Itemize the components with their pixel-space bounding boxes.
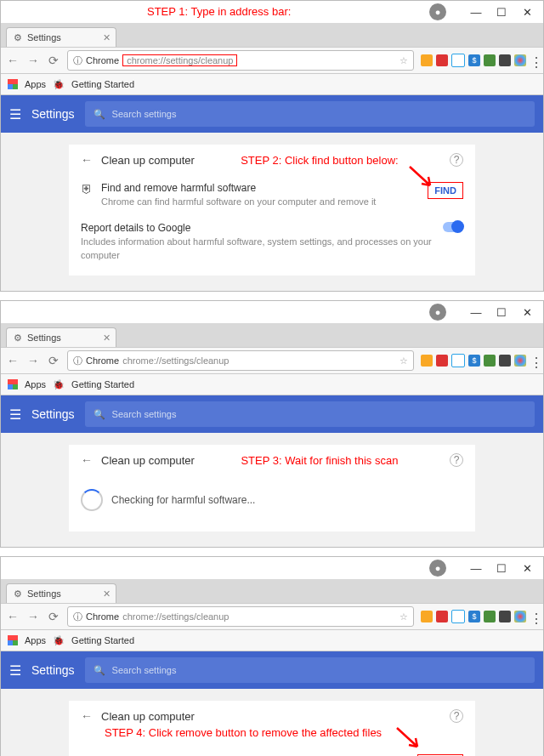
browser-tab-settings[interactable]: ⚙ Settings ✕ xyxy=(6,327,116,347)
tab-title: Settings xyxy=(27,588,61,599)
ext-icon[interactable] xyxy=(436,611,448,622)
maximize-button[interactable]: ☐ xyxy=(489,6,514,19)
address-bar[interactable]: ⓘ Chrome chrome://settings/cleanup ☆ xyxy=(67,350,414,371)
minimize-button[interactable]: — xyxy=(463,562,489,575)
user-avatar-icon[interactable]: ● xyxy=(429,304,446,321)
site-info-icon[interactable]: ⓘ xyxy=(73,355,82,367)
browser-tab-settings[interactable]: ⚙ Settings ✕ xyxy=(6,583,116,603)
close-button[interactable]: ✕ xyxy=(514,6,540,19)
bookmark-star-icon[interactable]: ☆ xyxy=(400,611,408,622)
search-settings-input[interactable]: 🔍 Search settings xyxy=(85,401,535,427)
forward-icon[interactable]: → xyxy=(26,54,40,67)
address-bar[interactable]: ⓘ Chrome chrome://settings/cleanup ☆ xyxy=(67,50,414,71)
ext-icon[interactable] xyxy=(451,610,465,623)
bookmark-getting-started[interactable]: Getting Started xyxy=(71,79,134,89)
bookmark-apps[interactable]: Apps xyxy=(25,79,46,89)
report-toggle[interactable] xyxy=(443,222,463,232)
back-arrow-icon[interactable]: ← xyxy=(81,453,93,467)
bookmark-icon: 🐞 xyxy=(53,635,65,646)
ext-icon[interactable] xyxy=(451,54,465,67)
reload-icon[interactable]: ⟳ xyxy=(47,610,60,623)
bookmarks-bar: Apps 🐞 Getting Started xyxy=(1,74,543,95)
menu-icon[interactable]: ⋮ xyxy=(530,54,538,66)
site-info-icon[interactable]: ⓘ xyxy=(73,54,82,67)
gear-icon: ⚙ xyxy=(14,32,22,43)
tutorial-panel-1: STEP 1: Type in address bar: ● — ☐ ✕ ⚙ S… xyxy=(0,0,544,292)
back-arrow-icon[interactable]: ← xyxy=(81,709,93,723)
close-tab-icon[interactable]: ✕ xyxy=(103,333,110,344)
ext-icon[interactable]: $ xyxy=(468,611,480,622)
bookmark-getting-started[interactable]: Getting Started xyxy=(71,635,134,645)
ext-icon[interactable] xyxy=(451,354,465,367)
reload-icon[interactable]: ⟳ xyxy=(47,354,60,367)
maximize-button[interactable]: ☐ xyxy=(489,306,514,319)
extension-icons: $ ⋮ xyxy=(421,54,538,67)
ext-icon[interactable] xyxy=(514,355,526,367)
user-avatar-icon[interactable]: ● xyxy=(429,560,446,577)
bookmark-star-icon[interactable]: ☆ xyxy=(400,55,408,66)
hamburger-icon[interactable]: ☰ xyxy=(9,406,21,423)
apps-icon[interactable] xyxy=(8,79,18,89)
search-settings-input[interactable]: 🔍 Search settings xyxy=(85,101,535,127)
apps-icon[interactable] xyxy=(8,635,18,645)
bookmark-star-icon[interactable]: ☆ xyxy=(400,355,408,367)
ext-icon[interactable] xyxy=(421,611,433,622)
maximize-button[interactable]: ☐ xyxy=(489,562,514,575)
annotation-arrow xyxy=(406,165,437,192)
apps-icon[interactable] xyxy=(8,379,18,389)
search-placeholder: Search settings xyxy=(112,409,177,419)
back-icon[interactable]: ← xyxy=(6,610,20,623)
search-icon: 🔍 xyxy=(94,409,105,420)
address-toolbar: ← → ⟳ ⓘ Chrome chrome://settings/cleanup… xyxy=(1,603,543,630)
ext-icon[interactable] xyxy=(499,54,511,66)
ext-icon[interactable] xyxy=(436,355,448,367)
window-titlebar: ● — ☐ ✕ xyxy=(1,557,543,579)
menu-icon[interactable]: ⋮ xyxy=(530,611,538,622)
ext-icon[interactable] xyxy=(484,611,496,622)
ext-icon[interactable]: $ xyxy=(468,355,480,367)
minimize-button[interactable]: — xyxy=(463,306,489,319)
ext-icon[interactable] xyxy=(421,355,433,367)
ext-icon[interactable] xyxy=(499,611,511,622)
back-icon[interactable]: ← xyxy=(6,54,20,67)
extension-icons: $ ⋮ xyxy=(421,610,538,623)
reload-icon[interactable]: ⟳ xyxy=(47,54,60,67)
close-button[interactable]: ✕ xyxy=(514,562,540,575)
search-settings-input[interactable]: 🔍 Search settings xyxy=(85,657,535,683)
ext-icon[interactable] xyxy=(421,54,433,66)
url-scheme-label: Chrome xyxy=(86,611,119,622)
close-button[interactable]: ✕ xyxy=(514,306,540,319)
close-tab-icon[interactable]: ✕ xyxy=(103,588,110,600)
hamburger-icon[interactable]: ☰ xyxy=(9,106,21,122)
address-toolbar: ← → ⟳ ⓘ Chrome chrome://settings/cleanup… xyxy=(1,47,543,74)
bookmark-apps[interactable]: Apps xyxy=(25,635,46,645)
browser-tab-settings[interactable]: ⚙ Settings ✕ xyxy=(6,27,116,47)
back-arrow-icon[interactable]: ← xyxy=(81,153,93,167)
window-titlebar: ● — ☐ ✕ xyxy=(1,301,543,323)
minimize-button[interactable]: — xyxy=(463,6,489,19)
help-icon[interactable]: ? xyxy=(450,709,463,723)
address-bar[interactable]: ⓘ Chrome chrome://settings/cleanup ☆ xyxy=(67,606,414,627)
ext-icon[interactable]: $ xyxy=(468,54,480,66)
menu-icon[interactable]: ⋮ xyxy=(530,355,538,367)
close-tab-icon[interactable]: ✕ xyxy=(103,32,110,43)
bookmark-apps[interactable]: Apps xyxy=(25,379,46,389)
settings-content: ← Clean up computer STEP 3: Wait for fin… xyxy=(1,433,543,547)
ext-icon[interactable] xyxy=(436,54,448,66)
settings-card: ← Clean up computer ? STEP 4: Click remo… xyxy=(69,701,475,756)
bookmark-getting-started[interactable]: Getting Started xyxy=(71,379,134,389)
ext-icon[interactable] xyxy=(514,611,526,622)
ext-icon[interactable] xyxy=(484,355,496,367)
help-icon[interactable]: ? xyxy=(450,453,463,467)
back-icon[interactable]: ← xyxy=(6,354,20,367)
help-icon[interactable]: ? xyxy=(450,153,463,167)
ext-icon[interactable] xyxy=(499,355,511,367)
site-info-icon[interactable]: ⓘ xyxy=(73,611,82,623)
ext-icon[interactable] xyxy=(484,54,496,66)
user-avatar-icon[interactable]: ● xyxy=(429,3,446,20)
tab-title: Settings xyxy=(27,32,61,43)
forward-icon[interactable]: → xyxy=(26,354,40,367)
forward-icon[interactable]: → xyxy=(26,610,40,623)
ext-icon[interactable] xyxy=(514,54,526,66)
hamburger-icon[interactable]: ☰ xyxy=(9,662,21,679)
